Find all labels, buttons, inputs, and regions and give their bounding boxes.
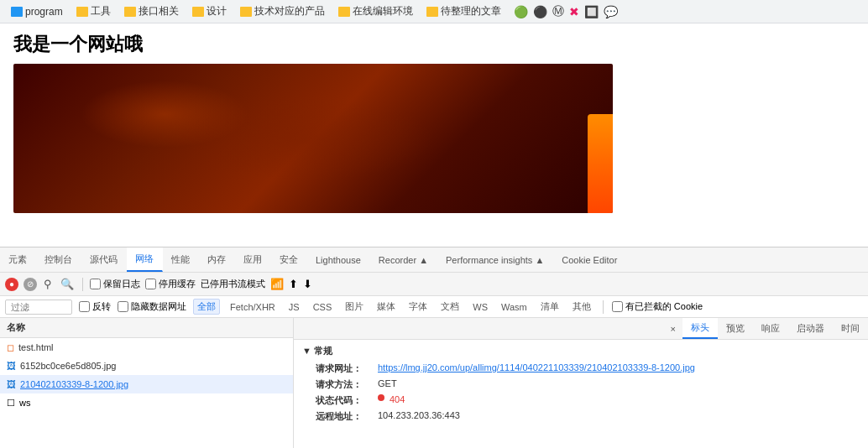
hide-data-urls-label: 隐藏数据网址 bbox=[131, 300, 186, 313]
filter-icon-button[interactable]: ⚲ bbox=[42, 276, 54, 292]
tab-cookie-editor[interactable]: Cookie Editor bbox=[553, 247, 626, 272]
bookmark-products[interactable]: 技术对应的产品 bbox=[236, 3, 329, 20]
record-button[interactable]: ● bbox=[5, 278, 18, 291]
wifi-icon: 📶 bbox=[270, 278, 284, 290]
detail-tab-headers[interactable]: 标头 bbox=[682, 318, 718, 339]
detail-tab-bar: × 标头 预览 响应 启动器 时间 bbox=[294, 318, 868, 340]
bookmark-bar: program 工具 接口相关 设计 技术对应的产品 在线编辑环境 待整理的文章… bbox=[0, 0, 868, 23]
invert-label: 反转 bbox=[92, 300, 111, 313]
folder-icon bbox=[240, 7, 252, 17]
blocked-cookies-checkbox[interactable]: 有已拦截的 Cookie bbox=[612, 300, 703, 313]
tab-console[interactable]: 控制台 bbox=[36, 247, 81, 272]
favicon-x[interactable]: ✖ bbox=[569, 5, 579, 18]
page-hero-image bbox=[13, 64, 613, 213]
favicon-chat[interactable]: 💬 bbox=[604, 5, 618, 18]
search-icon-button[interactable]: 🔍 bbox=[59, 276, 76, 292]
file-list: 名称 ◻ test.html 🖼 6152bc0ce6e5d805.jpg 🖼 … bbox=[0, 318, 294, 448]
preserve-log-input[interactable] bbox=[90, 279, 101, 289]
favicon-circle[interactable]: ⚫ bbox=[533, 5, 547, 18]
filter-wasm-button[interactable]: Wasm bbox=[498, 301, 531, 313]
hide-data-urls-input[interactable] bbox=[118, 301, 128, 312]
network-main: 名称 ◻ test.html 🖼 6152bc0ce6e5d805.jpg 🖼 … bbox=[0, 318, 868, 448]
filter-doc-button[interactable]: 文档 bbox=[437, 300, 463, 314]
detail-tab-response[interactable]: 响应 bbox=[753, 318, 788, 339]
file-name: 6152bc0ce6e5d805.jpg bbox=[20, 361, 116, 371]
request-url-label: 请求网址： bbox=[316, 362, 374, 375]
ws-checkbox[interactable]: ☐ bbox=[7, 398, 15, 409]
bookmark-label: program bbox=[25, 6, 63, 18]
html-icon: ◻ bbox=[7, 342, 14, 353]
detail-close-button[interactable]: × bbox=[664, 318, 682, 339]
tab-recorder[interactable]: Recorder ▲ bbox=[370, 247, 437, 272]
status-code-value: 404 bbox=[390, 394, 405, 404]
tab-elements[interactable]: 元素 bbox=[0, 247, 36, 272]
clear-button[interactable]: ⊘ bbox=[24, 278, 37, 291]
favicon-dsm[interactable]: 🔲 bbox=[584, 5, 599, 18]
tab-application[interactable]: 应用 bbox=[235, 247, 271, 272]
tab-network[interactable]: 网络 bbox=[127, 247, 163, 272]
filter-ws-button[interactable]: WS bbox=[469, 301, 491, 313]
status-code-row: 状态代码： 404 bbox=[302, 393, 860, 409]
filter-xhr-button[interactable]: Fetch/XHR bbox=[227, 301, 279, 313]
invert-checkbox[interactable]: 反转 bbox=[79, 300, 111, 313]
hide-data-urls-checkbox[interactable]: 隐藏数据网址 bbox=[118, 300, 186, 313]
file-item-jpg2[interactable]: 🖼 210402103339-8-1200.jpg bbox=[0, 375, 293, 393]
bookmark-api[interactable]: 接口相关 bbox=[120, 3, 183, 20]
filter-media-button[interactable]: 媒体 bbox=[374, 300, 399, 314]
preserve-log-checkbox[interactable]: 保留日志 bbox=[90, 278, 140, 290]
request-url-row: 请求网址： https://lmg.jj20.com/up/allimg/111… bbox=[302, 361, 860, 377]
bookmark-articles[interactable]: 待整理的文章 bbox=[422, 3, 505, 20]
detail-content: ▼ 常规 请求网址： https://lmg.jj20.com/up/allim… bbox=[294, 340, 868, 448]
status-code-label: 状态代码： bbox=[316, 394, 374, 407]
disable-cache-input[interactable] bbox=[145, 279, 156, 289]
favicon-green[interactable]: 🟢 bbox=[514, 5, 528, 18]
bookmark-label: 技术对应的产品 bbox=[254, 4, 325, 18]
bookmark-editor[interactable]: 在线编辑环境 bbox=[334, 3, 417, 20]
blocked-cookies-input[interactable] bbox=[612, 301, 623, 312]
favicon-m[interactable]: Ⓜ bbox=[552, 4, 564, 19]
bookmark-program[interactable]: program bbox=[7, 4, 67, 19]
remote-address-label: 远程地址： bbox=[316, 410, 374, 423]
tab-sources[interactable]: 源代码 bbox=[81, 247, 127, 272]
general-section-header[interactable]: ▼ 常规 bbox=[302, 345, 860, 357]
detail-tab-preview[interactable]: 预览 bbox=[718, 318, 753, 339]
network-toolbar: ● ⊘ ⚲ 🔍 保留日志 停用缓存 已停用书流模式 📶 ⬆ ⬇ bbox=[0, 273, 868, 296]
tab-security[interactable]: 安全 bbox=[271, 247, 307, 272]
filter-bar: 反转 隐藏数据网址 全部 Fetch/XHR JS CSS 图片 媒体 字体 文… bbox=[0, 296, 868, 318]
img-icon: 🖼 bbox=[7, 379, 16, 389]
bookmark-label: 接口相关 bbox=[139, 4, 179, 18]
request-url-value[interactable]: https://lmg.jj20.com/up/allimg/1114/0402… bbox=[378, 362, 695, 372]
bookmark-label: 设计 bbox=[207, 4, 227, 18]
request-method-row: 请求方法： GET bbox=[302, 377, 860, 393]
filter-js-button[interactable]: JS bbox=[285, 301, 303, 313]
tab-lighthouse[interactable]: Lighthouse bbox=[307, 247, 370, 272]
file-name: test.html bbox=[18, 342, 54, 352]
filter-all-button[interactable]: 全部 bbox=[193, 299, 220, 315]
filter-img-button[interactable]: 图片 bbox=[342, 300, 367, 314]
folder-icon bbox=[124, 7, 136, 17]
filter-other-button[interactable]: 其他 bbox=[569, 300, 594, 314]
file-item-ws[interactable]: ☐ ws bbox=[0, 393, 293, 412]
status-dot bbox=[378, 394, 384, 401]
upload-icon: ⬆ bbox=[289, 278, 298, 290]
bookmark-tools[interactable]: 工具 bbox=[72, 3, 115, 20]
file-item-jpg1[interactable]: 🖼 6152bc0ce6e5d805.jpg bbox=[0, 357, 293, 375]
disable-cache-checkbox[interactable]: 停用缓存 bbox=[145, 278, 196, 290]
devtools-tab-bar: 元素 控制台 源代码 网络 性能 内存 应用 安全 Lighthouse Rec… bbox=[0, 247, 868, 273]
bookmark-label: 在线编辑环境 bbox=[353, 4, 413, 18]
filter-font-button[interactable]: 字体 bbox=[405, 300, 431, 314]
img-icon: 🖼 bbox=[7, 361, 16, 371]
filter-manifest-button[interactable]: 清单 bbox=[537, 300, 562, 314]
detail-tab-initiator[interactable]: 启动器 bbox=[788, 318, 833, 339]
filter-input[interactable] bbox=[5, 300, 72, 315]
tab-memory[interactable]: 内存 bbox=[199, 247, 235, 272]
invert-input[interactable] bbox=[79, 301, 90, 312]
detail-tab-timing[interactable]: 时间 bbox=[833, 318, 868, 339]
tab-performance[interactable]: 性能 bbox=[163, 247, 199, 272]
download-icon: ⬇ bbox=[303, 278, 312, 290]
tab-performance-insights[interactable]: Performance insights ▲ bbox=[437, 247, 553, 272]
file-item-html[interactable]: ◻ test.html bbox=[0, 338, 293, 357]
bookmark-design[interactable]: 设计 bbox=[188, 3, 231, 20]
offline-mode-label: 已停用书流模式 bbox=[201, 278, 265, 290]
filter-css-button[interactable]: CSS bbox=[310, 301, 336, 313]
